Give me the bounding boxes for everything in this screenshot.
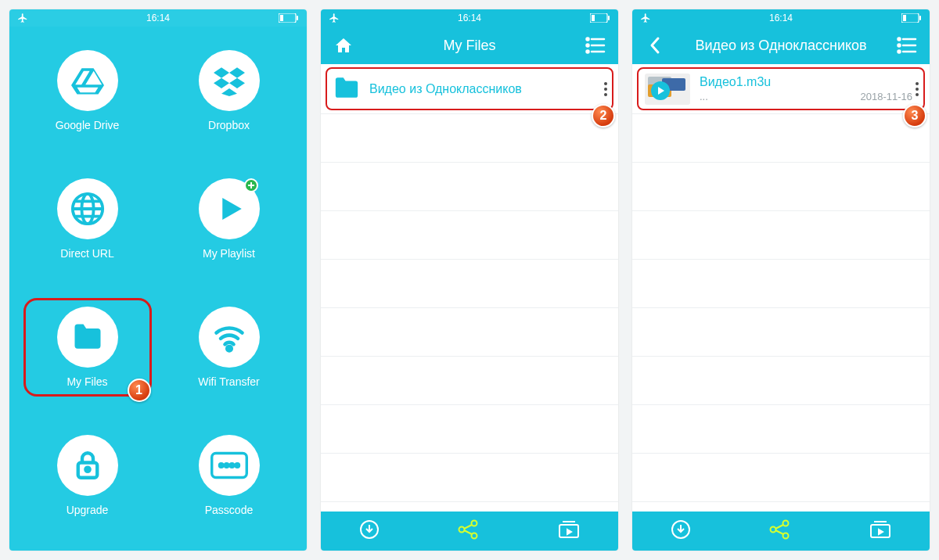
home-grid: Google Drive Dropbox Direct URL xyxy=(9,27,307,551)
folder-row[interactable]: Видео из Одноклассников 2 xyxy=(321,64,618,114)
airplane-mode-icon xyxy=(329,13,340,23)
grid-item-google-drive[interactable]: Google Drive xyxy=(29,50,146,131)
grid-label: Google Drive xyxy=(56,119,120,131)
airplane-mode-icon xyxy=(640,13,651,23)
battery-icon xyxy=(279,13,299,23)
video-thumbnail xyxy=(645,74,690,105)
battery-icon xyxy=(590,13,610,23)
empty-row xyxy=(632,163,930,211)
nav-title: My Files xyxy=(357,38,582,54)
kebab-icon[interactable] xyxy=(912,82,922,96)
file-size: ... xyxy=(700,91,708,102)
svg-point-31 xyxy=(770,527,775,533)
grid-item-wifi-transfer[interactable]: Wifi Transfer xyxy=(171,307,288,388)
empty-row xyxy=(632,405,930,454)
folder-name: Видео из Одноклассников xyxy=(369,82,601,96)
menu-list-button[interactable] xyxy=(894,37,920,54)
empty-row xyxy=(632,357,930,405)
grid-label: Direct URL xyxy=(60,247,113,260)
status-time: 16:14 xyxy=(146,13,170,23)
svg-rect-14 xyxy=(608,16,610,20)
empty-row xyxy=(321,260,618,308)
bottom-bar xyxy=(321,512,618,551)
svg-point-17 xyxy=(587,45,589,47)
battery-icon xyxy=(901,13,922,23)
globe-icon xyxy=(57,178,118,239)
player-tab-icon[interactable] xyxy=(558,520,580,542)
status-bar: 16:14 xyxy=(632,9,930,27)
svg-rect-2 xyxy=(280,15,283,21)
grid-item-dropbox[interactable]: Dropbox xyxy=(171,50,288,131)
svg-point-27 xyxy=(898,38,901,41)
svg-point-20 xyxy=(459,527,464,533)
download-tab-icon[interactable] xyxy=(359,519,380,543)
svg-point-16 xyxy=(587,38,589,41)
svg-point-21 xyxy=(471,521,477,526)
folder-icon xyxy=(333,76,360,102)
empty-row xyxy=(321,308,618,357)
empty-row xyxy=(632,114,930,163)
svg-point-11 xyxy=(230,464,233,467)
step-badge-2: 2 xyxy=(592,104,615,127)
empty-row xyxy=(321,211,618,260)
empty-row xyxy=(632,211,930,260)
svg-point-12 xyxy=(236,464,239,467)
file-date: 2018-11-16 xyxy=(861,91,913,102)
grid-label: My Files xyxy=(67,375,107,388)
svg-point-22 xyxy=(471,533,477,539)
empty-row xyxy=(321,405,618,454)
svg-point-28 xyxy=(898,45,901,47)
grid-label: Dropbox xyxy=(208,119,250,131)
lock-icon xyxy=(57,435,118,496)
svg-point-18 xyxy=(587,51,589,53)
nav-bar: My Files xyxy=(321,27,618,64)
empty-row xyxy=(632,308,930,357)
svg-rect-25 xyxy=(919,16,921,20)
grid-item-passcode[interactable]: Passcode xyxy=(171,435,288,516)
passcode-icon xyxy=(199,435,260,496)
svg-rect-1 xyxy=(297,16,298,20)
share-tab-icon[interactable] xyxy=(457,519,480,543)
player-tab-icon[interactable] xyxy=(869,520,891,542)
empty-row xyxy=(321,357,618,405)
kebab-icon[interactable] xyxy=(601,82,610,96)
grid-label: Passcode xyxy=(205,504,253,516)
grid-label: My Playlist xyxy=(203,247,255,260)
menu-list-button[interactable] xyxy=(582,37,609,54)
empty-row xyxy=(321,454,618,502)
status-bar: 16:14 xyxy=(321,9,618,27)
grid-item-direct-url[interactable]: Direct URL xyxy=(29,178,146,260)
svg-point-10 xyxy=(225,464,228,467)
folder-icon xyxy=(57,307,118,368)
grid-item-my-files[interactable]: My Files 1 xyxy=(29,303,146,391)
phone-screen-home: 16:14 Google Drive Dropbox xyxy=(9,9,307,551)
svg-point-7 xyxy=(85,468,89,472)
svg-point-32 xyxy=(782,521,788,526)
play-icon xyxy=(199,178,260,239)
play-overlay-icon xyxy=(651,81,670,100)
bottom-bar xyxy=(632,512,930,551)
status-time: 16:14 xyxy=(769,13,793,23)
back-button[interactable] xyxy=(642,36,668,55)
file-list: Видео из Одноклассников 2 xyxy=(321,64,618,512)
svg-rect-26 xyxy=(903,15,906,21)
svg-point-33 xyxy=(782,533,788,539)
share-tab-icon[interactable] xyxy=(768,519,792,543)
status-bar: 16:14 xyxy=(9,9,307,27)
download-tab-icon[interactable] xyxy=(671,519,691,543)
step-badge-1: 1 xyxy=(128,379,151,402)
video-file-row[interactable]: Видео1.m3u ... 2018-11-16 3 xyxy=(632,64,930,114)
phone-screen-myfiles: 16:14 My Files Видео из Одноклассников 2 xyxy=(321,9,618,551)
grid-item-upgrade[interactable]: Upgrade xyxy=(29,435,146,516)
svg-point-29 xyxy=(898,51,901,53)
file-name: Видео1.m3u xyxy=(700,75,912,89)
status-time: 16:14 xyxy=(458,13,481,23)
home-button[interactable] xyxy=(330,36,357,55)
wifi-icon xyxy=(199,307,260,368)
step-badge-3: 3 xyxy=(903,104,926,127)
airplane-mode-icon xyxy=(17,13,28,23)
empty-row xyxy=(632,454,930,502)
grid-label: Wifi Transfer xyxy=(198,375,260,388)
grid-item-my-playlist[interactable]: My Playlist xyxy=(171,178,288,260)
dropbox-icon xyxy=(199,50,260,111)
